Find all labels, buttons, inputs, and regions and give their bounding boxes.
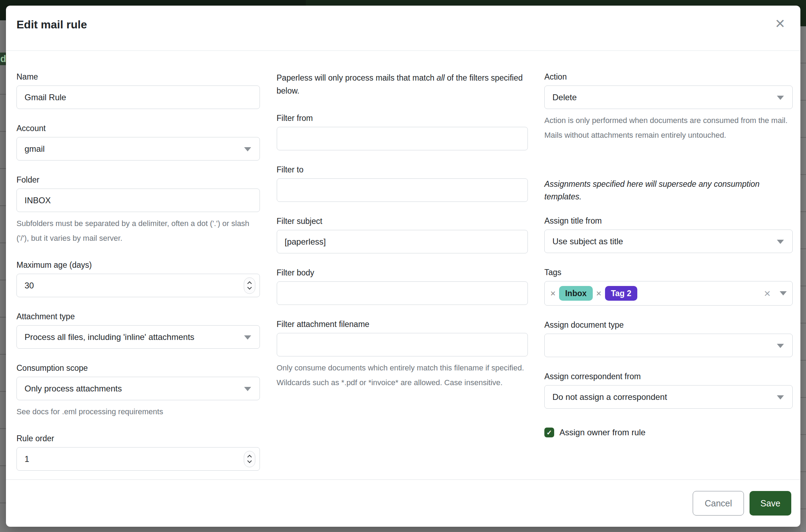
name-group: Name xyxy=(16,71,260,109)
number-stepper[interactable] xyxy=(244,277,255,294)
name-label: Name xyxy=(16,71,260,82)
column-actions: Action Delete Action is only performed w… xyxy=(544,71,793,479)
assign-correspondent-selected-value: Do not assign a correspondent xyxy=(552,392,667,402)
consumption-scope-select[interactable]: Only process attachments xyxy=(16,377,260,400)
assign-correspondent-group: Assign correspondent from Do not assign … xyxy=(544,371,793,409)
max-age-group: Maximum age (days) xyxy=(16,260,260,297)
filters-intro-pre: Paperless will only process mails that m… xyxy=(277,73,437,82)
navbar-right-edge xyxy=(800,20,806,26)
account-selected-value: gmail xyxy=(25,144,45,154)
attachment-type-group: Attachment type Process all files, inclu… xyxy=(16,311,260,349)
rule-order-input[interactable] xyxy=(16,447,260,471)
filter-attachment-filename-help-text: Only consume documents which entirely ma… xyxy=(277,361,528,390)
remove-tag-icon[interactable]: × xyxy=(596,289,602,298)
filter-to-input[interactable] xyxy=(277,178,528,202)
assignments-note: Assignments specified here will supersed… xyxy=(544,178,793,203)
dialog-footer: Cancel Save xyxy=(6,479,800,527)
assign-owner-label[interactable]: Assign owner from rule xyxy=(559,428,645,437)
page-scrollbar[interactable] xyxy=(800,26,806,532)
assign-correspondent-select[interactable]: Do not assign a correspondent xyxy=(544,385,793,409)
rule-order-label: Rule order xyxy=(16,433,260,444)
filters-intro-emphasis: all xyxy=(437,73,445,82)
filter-from-label: Filter from xyxy=(277,113,528,123)
assign-document-type-group: Assign document type xyxy=(544,320,793,357)
checkmark-icon: ✓ xyxy=(546,429,552,436)
chevron-down-icon xyxy=(777,395,784,400)
tags-label: Tags xyxy=(544,267,793,278)
save-button[interactable]: Save xyxy=(750,491,791,516)
action-select[interactable]: Delete xyxy=(544,86,793,109)
action-label: Action xyxy=(544,71,793,82)
dialog-header: Edit mail rule ✕ xyxy=(6,6,800,51)
consumption-scope-group: Consumption scope Only process attachmen… xyxy=(16,363,260,419)
assign-title-group: Assign title from Use subject as title xyxy=(544,216,793,253)
consumption-scope-label: Consumption scope xyxy=(16,363,260,373)
chevron-down-icon xyxy=(777,240,784,244)
folder-group: Folder Subfolders must be separated by a… xyxy=(16,175,260,246)
filter-attachment-filename-group: Filter attachment filename Only consume … xyxy=(277,319,528,390)
remove-tag-icon[interactable]: × xyxy=(550,289,556,298)
stepper-down-icon xyxy=(247,285,252,290)
page-background-left xyxy=(0,20,6,532)
tag-pill: Inbox xyxy=(559,286,592,301)
consumption-scope-help-text: See docs for .eml processing requirement… xyxy=(16,404,260,419)
action-help-text: Action is only performed when documents … xyxy=(544,113,793,143)
assign-owner-checkbox[interactable]: ✓ xyxy=(544,428,554,437)
name-input[interactable] xyxy=(16,86,260,109)
filter-from-input[interactable] xyxy=(277,127,528,150)
filters-intro-text: Paperless will only process mails that m… xyxy=(277,71,528,97)
assign-document-type-label: Assign document type xyxy=(544,320,793,330)
assign-owner-row: ✓ Assign owner from rule xyxy=(544,428,793,437)
filter-body-label: Filter body xyxy=(277,267,528,278)
number-stepper[interactable] xyxy=(244,451,255,467)
chevron-down-icon xyxy=(244,387,251,391)
column-filters: Paperless will only process mails that m… xyxy=(277,71,528,479)
assign-correspondent-label: Assign correspondent from xyxy=(544,371,793,382)
consumption-scope-selected-value: Only process attachments xyxy=(25,384,122,394)
attachment-type-selected-value: Process all files, including 'inline' at… xyxy=(25,332,194,342)
max-age-input[interactable] xyxy=(16,274,260,297)
chevron-down-icon xyxy=(777,96,784,100)
close-icon: ✕ xyxy=(775,16,785,31)
filter-subject-label: Filter subject xyxy=(277,216,528,226)
filter-attachment-filename-label: Filter attachment filename xyxy=(277,319,528,329)
filter-to-label: Filter to xyxy=(277,164,528,175)
filter-body-input[interactable] xyxy=(277,281,528,305)
filter-body-group: Filter body xyxy=(277,267,528,305)
clear-tags-icon[interactable]: × xyxy=(764,288,771,299)
folder-input[interactable] xyxy=(16,189,260,212)
tags-group: Tags × Inbox × Tag 2 × xyxy=(544,267,793,306)
folder-help-text: Subfolders must be separated by a delimi… xyxy=(16,216,260,246)
attachment-type-select[interactable]: Process all files, including 'inline' at… xyxy=(16,325,260,349)
filter-from-group: Filter from xyxy=(277,113,528,150)
column-general: Name Account gmail Folder Subfolders mus… xyxy=(16,71,260,479)
close-button[interactable]: ✕ xyxy=(772,15,788,32)
assign-title-selected-value: Use subject as title xyxy=(552,237,623,246)
assign-title-label: Assign title from xyxy=(544,216,793,226)
filter-attachment-filename-input[interactable] xyxy=(277,333,528,356)
dialog-title: Edit mail rule xyxy=(16,18,790,32)
attachment-type-label: Attachment type xyxy=(16,311,260,322)
page-background-row: d xyxy=(0,53,6,65)
action-group: Action Delete Action is only performed w… xyxy=(544,71,793,143)
account-select[interactable]: gmail xyxy=(16,137,260,161)
tags-multiselect[interactable]: × Inbox × Tag 2 × xyxy=(544,281,793,306)
chevron-down-icon[interactable] xyxy=(780,291,787,295)
dialog-body: Name Account gmail Folder Subfolders mus… xyxy=(6,51,800,479)
max-age-label: Maximum age (days) xyxy=(16,260,260,270)
assign-document-type-select[interactable] xyxy=(544,334,793,357)
chevron-down-icon xyxy=(244,335,251,340)
folder-label: Folder xyxy=(16,175,260,185)
chevron-down-icon xyxy=(244,147,251,151)
action-selected-value: Delete xyxy=(552,93,577,102)
filter-subject-group: Filter subject xyxy=(277,216,528,253)
chevron-down-icon xyxy=(777,344,784,348)
edit-mail-rule-dialog: Edit mail rule ✕ Name Account gmail Fold… xyxy=(6,6,800,527)
cancel-button[interactable]: Cancel xyxy=(693,491,744,516)
stepper-down-icon xyxy=(247,459,252,463)
assign-title-select[interactable]: Use subject as title xyxy=(544,230,793,253)
rule-order-group: Rule order xyxy=(16,433,260,471)
account-group: Account gmail xyxy=(16,123,260,161)
tag-pill: Tag 2 xyxy=(605,286,637,301)
filter-subject-input[interactable] xyxy=(277,230,528,253)
